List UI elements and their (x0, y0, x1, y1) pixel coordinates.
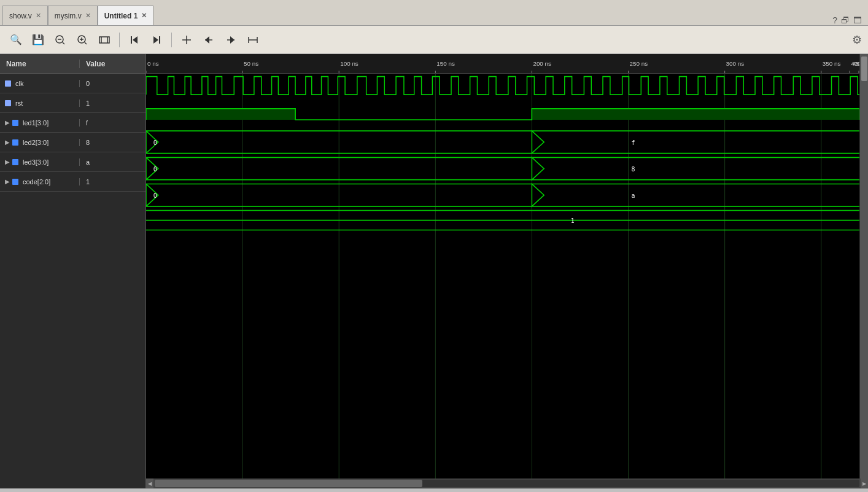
signal-value-led1: f (80, 119, 88, 127)
cursor-right-icon (225, 34, 236, 45)
svg-marker-13 (153, 36, 158, 44)
led3-type-icon (12, 159, 18, 165)
signal-name-led3: ▶ led3[3:0] (0, 158, 80, 166)
signal-name-rst: rst (0, 100, 80, 107)
toolbar-sep-2 (171, 33, 172, 47)
tab-untitled-1[interactable]: Untitled 1 ✕ (98, 6, 154, 25)
signal-name-header: Name (0, 60, 80, 68)
zoom-out-button[interactable] (50, 30, 70, 50)
time-ruler: 0 ns 50 ns 100 ns 150 ns 200 ns 250 ns 3… (146, 54, 859, 74)
clk-type-icon (5, 80, 11, 87)
go-start-button[interactable] (125, 30, 144, 50)
tab-mysim-v[interactable]: mysim.v ✕ (48, 6, 98, 25)
svg-text:200 ns: 200 ns (533, 60, 551, 67)
restore-icon[interactable]: 🗗 (841, 15, 850, 25)
tab-show-v[interactable]: show.v ✕ (2, 6, 48, 25)
go-end-button[interactable] (147, 30, 166, 50)
code-expand-arrow[interactable]: ▶ (5, 178, 10, 185)
hscroll-track[interactable] (155, 480, 859, 487)
waveform-with-scroll: 0 ns 50 ns 100 ns 150 ns 200 ns 250 ns 3… (146, 54, 868, 478)
vertical-scrollbar[interactable] (859, 54, 868, 478)
signal-value-header: Value (80, 60, 105, 68)
signal-value-code: 1 (80, 178, 90, 185)
zoom-in-icon (77, 34, 88, 45)
svg-rect-44 (146, 74, 859, 478)
signal-row-clk[interactable]: clk 0 (0, 74, 145, 93)
fit-cursors-icon (247, 34, 258, 45)
add-cursor-button[interactable] (177, 30, 196, 50)
svg-line-2 (63, 42, 64, 44)
tab-mysim-v-close[interactable]: ✕ (85, 12, 91, 20)
toolbar: 🔍 💾 ⚙ (0, 26, 868, 54)
fit-cursors-button[interactable] (243, 30, 263, 50)
save-button[interactable]: 💾 (28, 30, 48, 50)
waveform-inner: 0 ns 50 ns 100 ns 150 ns 200 ns 250 ns 3… (146, 54, 859, 478)
svg-text:0: 0 (153, 165, 157, 173)
zoom-out-icon (55, 34, 66, 45)
zoom-in-button[interactable] (72, 30, 92, 50)
cursor-left-button[interactable] (199, 30, 219, 50)
tab-bar: show.v ✕ mysim.v ✕ Untitled 1 ✕ ? 🗗 🗖 (0, 0, 868, 26)
tab-show-v-label: show.v (9, 12, 32, 20)
waveform-canvas[interactable]: 0 f 0 8 (146, 74, 859, 478)
scroll-right-button[interactable]: ▶ (861, 478, 868, 488)
signal-value-led3: a (80, 158, 90, 166)
search-button[interactable]: 🔍 (6, 30, 26, 50)
svg-text:300 ns: 300 ns (726, 60, 745, 67)
signal-name-clk: clk (0, 80, 80, 87)
signal-row-led1[interactable]: ▶ led1[3:0] f (0, 113, 145, 133)
status-bar: ◀ ▶ CSDN @qq_50737715 (0, 488, 868, 492)
signal-name-led1: ▶ led1[3:0] (0, 119, 80, 127)
svg-text:250 ns: 250 ns (630, 60, 648, 67)
tab-actions: ? 🗗 🗖 (832, 15, 868, 25)
signal-row-led2[interactable]: ▶ led2[3:0] 8 (0, 133, 145, 152)
time-ruler-svg: 0 ns 50 ns 100 ns 150 ns 200 ns 250 ns 3… (146, 54, 859, 73)
svg-rect-10 (131, 36, 132, 44)
zoom-full-button[interactable] (95, 30, 114, 50)
svg-text:100 ns: 100 ns (340, 60, 358, 67)
tab-show-v-close[interactable]: ✕ (36, 12, 41, 20)
waveform-svg: 0 f 0 8 (146, 74, 859, 478)
horizontal-scrollbar-area: ◀ ▶ (146, 478, 868, 488)
signal-row-led3[interactable]: ▶ led3[3:0] a (0, 152, 145, 172)
led1-type-icon (12, 120, 18, 126)
signal-rows: clk 0 rst 1 ▶ led1[3:0] f (0, 74, 145, 488)
code-type-icon (12, 179, 18, 185)
signal-name-led2: ▶ led2[3:0] (0, 139, 80, 146)
svg-text:0: 0 (153, 138, 157, 147)
signal-panel-header: Name Value (0, 54, 145, 74)
add-cursor-icon (181, 34, 192, 45)
signal-row-code[interactable]: ▶ code[2:0] 1 (0, 172, 145, 192)
svg-rect-12 (159, 36, 160, 44)
clk-label: clk (15, 80, 23, 87)
tab-untitled-1-label: Untitled 1 (104, 12, 138, 20)
led1-expand-arrow[interactable]: ▶ (5, 119, 10, 126)
rst-type-icon (5, 100, 11, 106)
rst-label: rst (15, 100, 23, 107)
scroll-right-icon: ▶ (862, 481, 866, 486)
hscroll-thumb[interactable] (155, 480, 422, 487)
scroll-left-icon: ◀ (148, 481, 152, 486)
led2-label: led2[3:0] (23, 139, 48, 146)
main-area: Name Value clk 0 rst 1 (0, 54, 868, 488)
go-start-icon (129, 34, 140, 45)
code-label: code[2:0] (23, 178, 50, 185)
maximize-icon[interactable]: 🗖 (853, 15, 862, 25)
led2-expand-arrow[interactable]: ▶ (5, 139, 10, 146)
tab-mysim-v-label: mysim.v (55, 12, 82, 20)
cursor-left-icon (203, 34, 214, 45)
signal-panel: Name Value clk 0 rst 1 (0, 54, 146, 488)
zoom-full-icon (99, 34, 110, 45)
led1-label: led1[3:0] (23, 119, 48, 127)
help-icon[interactable]: ? (832, 15, 837, 25)
signal-value-clk: 0 (80, 80, 90, 87)
tab-untitled-1-close[interactable]: ✕ (141, 12, 147, 20)
scroll-left-button[interactable]: ◀ (146, 478, 153, 488)
signal-row-rst[interactable]: rst 1 (0, 93, 145, 113)
svg-text:0: 0 (153, 192, 157, 200)
svg-marker-11 (133, 36, 138, 44)
vscroll-thumb[interactable] (861, 57, 867, 81)
led3-expand-arrow[interactable]: ▶ (5, 158, 10, 165)
settings-icon[interactable]: ⚙ (852, 33, 862, 47)
cursor-right-button[interactable] (221, 30, 241, 50)
